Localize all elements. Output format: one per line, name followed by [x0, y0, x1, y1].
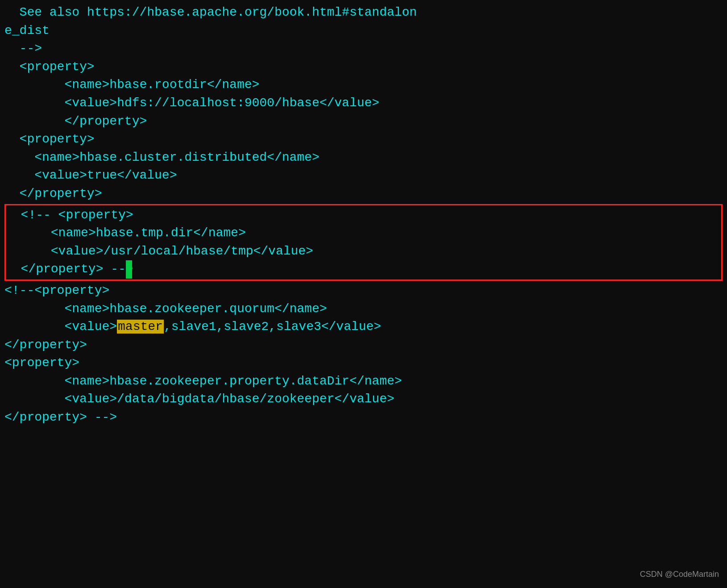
code-line-11: </property>: [4, 185, 723, 203]
highlighted-line-4: </property> -->: [6, 260, 721, 279]
watermark-label: CSDN @CodeMartain: [640, 568, 719, 580]
code-line-18: <value>/data/bigdata/hbase/zookeeper</va…: [4, 390, 723, 409]
code-line-12: <!--<property>: [4, 282, 723, 300]
highlighted-comment-block: <!-- <property> <name>hbase.tmp.dir</nam…: [4, 204, 723, 281]
code-line-7: </property>: [4, 113, 723, 131]
highlighted-line-3: <value>/usr/local/hbase/tmp</value>: [6, 242, 721, 261]
code-line-16: <property>: [4, 354, 723, 372]
code-line-10: <value>true</value>: [4, 167, 723, 185]
code-line-13: <name>hbase.zookeeper.quorum</name>: [4, 300, 723, 318]
code-line-14: <value>master,slave1,slave2,slave3</valu…: [4, 318, 723, 336]
code-line-17: <name>hbase.zookeeper.property.dataDir</…: [4, 372, 723, 391]
highlighted-word-master: master: [117, 320, 164, 334]
code-line-4: <property>: [4, 58, 723, 76]
code-line-9: <name>hbase.cluster.distributed</name>: [4, 149, 723, 167]
text-cursor: >: [126, 260, 132, 279]
code-line-6: <value>hdfs://localhost:9000/hbase</valu…: [4, 94, 723, 113]
code-line-2: e_dist: [4, 22, 723, 40]
code-line-8: <property>: [4, 130, 723, 149]
code-line-1: See also https://hbase.apache.org/book.h…: [4, 4, 723, 22]
code-line-5: <name>hbase.rootdir</name>: [4, 76, 723, 94]
code-line-15: </property>: [4, 336, 723, 354]
code-editor: See also https://hbase.apache.org/book.h…: [0, 4, 727, 427]
code-line-19: </property> -->: [4, 409, 723, 427]
highlighted-line-2: <name>hbase.tmp.dir</name>: [6, 224, 721, 242]
highlighted-line-1: <!-- <property>: [6, 206, 721, 225]
code-line-3: -->: [4, 40, 723, 58]
